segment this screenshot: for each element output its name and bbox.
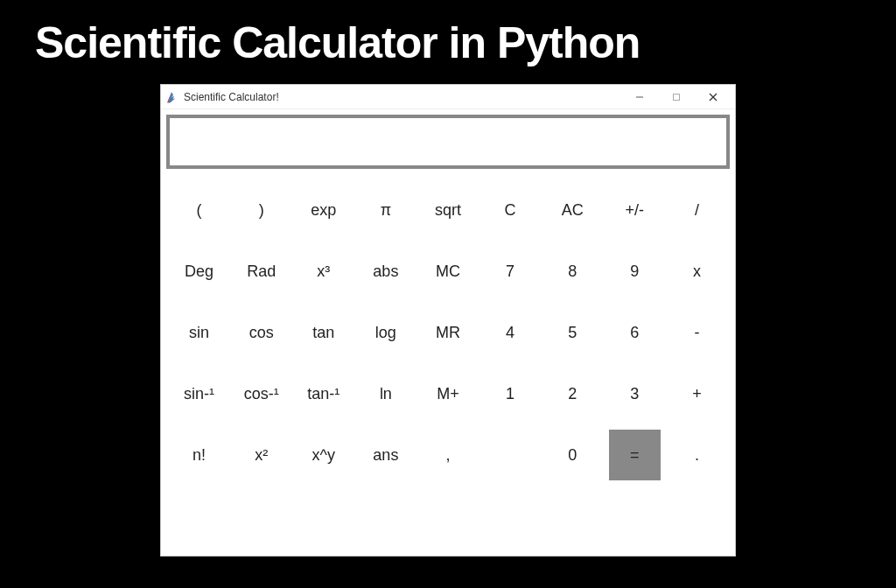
btn-atan[interactable]: tan-¹ — [292, 363, 354, 424]
titlebar: Scientific Calculator! — [161, 85, 735, 109]
btn-cos[interactable]: cos — [230, 302, 292, 363]
btn-multiply[interactable]: x — [666, 241, 728, 302]
btn-9[interactable]: 9 — [604, 241, 666, 302]
btn-equals[interactable]: = — [609, 430, 661, 480]
window-title: Scientific Calculator! — [184, 91, 621, 103]
btn-8[interactable]: 8 — [542, 241, 604, 302]
btn-square[interactable]: x² — [230, 424, 292, 486]
btn-ln[interactable]: ln — [354, 363, 416, 424]
btn-3[interactable]: 3 — [604, 363, 666, 424]
close-button[interactable] — [695, 87, 732, 108]
btn-sqrt[interactable]: sqrt — [416, 179, 479, 241]
button-grid: ( ) exp π sqrt C AC +/- / Deg Rad x³ abs… — [161, 174, 735, 556]
minimize-button[interactable] — [621, 87, 658, 108]
btn-abs[interactable]: abs — [354, 241, 416, 302]
btn-power[interactable]: x^y — [292, 424, 354, 486]
btn-deg[interactable]: Deg — [168, 241, 230, 302]
btn-acos[interactable]: cos-¹ — [230, 363, 292, 424]
btn-6[interactable]: 6 — [604, 302, 666, 363]
btn-7[interactable]: 7 — [480, 241, 542, 302]
btn-decimal[interactable]: . — [666, 424, 728, 486]
btn-cube[interactable]: x³ — [292, 241, 354, 302]
btn-comma[interactable]: , — [416, 424, 479, 486]
btn-pi[interactable]: π — [354, 179, 416, 241]
btn-mem-clear[interactable]: MC — [416, 241, 479, 302]
btn-0[interactable]: 0 — [542, 424, 604, 486]
btn-add[interactable]: + — [666, 363, 728, 424]
tkinter-feather-icon — [164, 90, 178, 104]
btn-ans[interactable]: ans — [354, 424, 416, 486]
btn-mem-recall[interactable]: MR — [416, 302, 479, 363]
btn-4[interactable]: 4 — [480, 302, 542, 363]
btn-all-clear[interactable]: AC — [542, 179, 604, 241]
btn-log[interactable]: log — [354, 302, 416, 363]
page-title: Scientific Calculator in Python — [0, 0, 896, 77]
btn-5[interactable]: 5 — [542, 302, 604, 363]
btn-divide[interactable]: / — [666, 179, 728, 241]
btn-1[interactable]: 1 — [480, 363, 542, 424]
btn-blank — [480, 424, 542, 486]
btn-negate[interactable]: +/- — [604, 179, 666, 241]
calculator-window: Scientific Calculator! ( ) exp π sqrt C … — [160, 84, 736, 556]
btn-factorial[interactable]: n! — [168, 424, 230, 486]
btn-open-paren[interactable]: ( — [168, 179, 230, 241]
display-wrap — [161, 109, 735, 174]
svg-rect-1 — [674, 94, 680, 100]
btn-close-paren[interactable]: ) — [230, 179, 292, 241]
maximize-button[interactable] — [658, 87, 695, 108]
btn-tan[interactable]: tan — [292, 302, 354, 363]
btn-mem-plus[interactable]: M+ — [416, 363, 479, 424]
btn-2[interactable]: 2 — [542, 363, 604, 424]
btn-clear[interactable]: C — [480, 179, 542, 241]
btn-exp[interactable]: exp — [292, 179, 354, 241]
display-input[interactable] — [166, 115, 730, 169]
window-controls — [621, 87, 732, 108]
btn-asin[interactable]: sin-¹ — [168, 363, 230, 424]
btn-sin[interactable]: sin — [168, 302, 230, 363]
btn-subtract[interactable]: - — [666, 302, 728, 363]
btn-rad[interactable]: Rad — [230, 241, 292, 302]
